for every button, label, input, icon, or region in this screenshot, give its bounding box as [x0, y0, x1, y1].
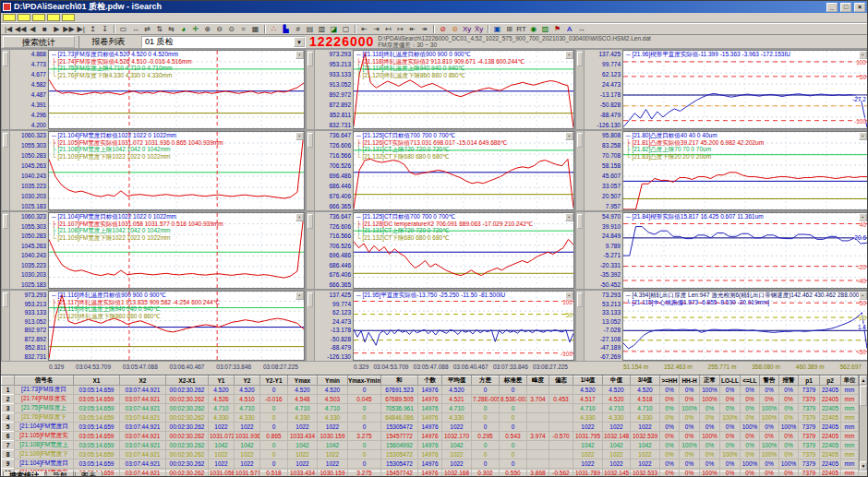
table-row[interactable]: 2[21:74]FM厚度实03:05:14.65903:07:44.92100:…	[2, 395, 859, 404]
column-header[interactable]: 信号名	[15, 376, 74, 386]
refresh-icon[interactable]: ✛	[190, 24, 201, 34]
table-row[interactable]: 5[21:104]FM宽度目03:05:14.65903:07:44.92100…	[2, 423, 859, 432]
panel-scrollbar[interactable]	[2, 131, 10, 210]
nav-fast-forward-icon[interactable]: ▶▶	[63, 24, 74, 34]
column-header[interactable]: HH-H	[680, 376, 700, 386]
plot-area[interactable]: ─ [21.80]凸度目标值40 40 0 40um├ [21.81]凸度实际值…	[622, 131, 868, 210]
plot-area[interactable]: ─ [21.104]FM宽度目标值1022 1022 0 1022mm├ [21…	[48, 131, 305, 210]
table-row[interactable]: 1[21:73]FM厚度目03:05:14.65903:07:44.92100:…	[2, 386, 859, 395]
panel-close-button[interactable]: ▪	[295, 51, 304, 59]
next-page-icon[interactable]: ↠	[419, 24, 430, 34]
plot-area[interactable]: ─ [4.394]精轧出口厚度 Len:947 激光检测6(精轧出口带钢速度)1…	[622, 291, 868, 361]
coil-list-dropdown[interactable]: 01 质检 ▼	[141, 36, 306, 48]
plot-area[interactable]: ─ [21.96]楔形平直度实际值-11.399 -15.363 -3.963 …	[622, 50, 868, 129]
cascade-windows-icon[interactable]: ▥	[317, 24, 328, 34]
column-header[interactable]: Y1	[209, 376, 235, 386]
plot-area[interactable]: ─ [21.125]CT目标值700 700 0 700℃├ [21.128]D…	[353, 212, 574, 289]
column-header[interactable]: LO-LL	[720, 376, 741, 386]
expand-x-icon[interactable]: ⇄	[142, 24, 153, 34]
select-chart-icon[interactable]: ◪	[329, 24, 340, 34]
nav-back-icon[interactable]: ◀	[27, 24, 38, 34]
table-row[interactable]: 3[21:75]FM厚度上03:05:14.65903:07:44.92100:…	[2, 404, 859, 413]
panel-scrollbar-handle[interactable]	[3, 52, 8, 66]
globe-icon[interactable]: ◉	[528, 24, 539, 34]
table-row[interactable]: 7[21:108]FM宽度上03:05:14.65903:07:44.92100…	[2, 441, 859, 450]
column-header[interactable]: 平均值	[442, 376, 472, 386]
nav-first-icon[interactable]: |◀	[3, 24, 14, 34]
quick-slot-3[interactable]	[32, 14, 45, 21]
panel-scrollbar-handle[interactable]	[307, 292, 313, 307]
quick-slot-2[interactable]	[18, 14, 30, 21]
column-header[interactable]: 1/4值	[573, 376, 603, 386]
table-row[interactable]: 8[21:109]FM宽度下03:05:14.65903:07:44.92100…	[2, 450, 859, 459]
panel-close-button[interactable]: ▪	[565, 51, 573, 59]
plot-area[interactable]: ─ [21.125]CT目标值700 700 0 700℃├ [21.126]C…	[353, 131, 574, 210]
column-header[interactable]	[2, 376, 15, 386]
zoom-window-icon[interactable]: ⊙	[226, 24, 237, 34]
tile-windows-icon[interactable]: ▤	[305, 24, 316, 34]
column-header[interactable]: Y2	[235, 376, 260, 386]
scale-x-icon[interactable]: ⇆	[166, 24, 177, 34]
panel-scrollbar[interactable]	[576, 212, 585, 289]
realtime-icon[interactable]: RT	[516, 24, 527, 34]
column-header[interactable]: 中值	[603, 376, 631, 386]
nav-stop-icon[interactable]: ■	[39, 24, 50, 34]
panel-scrollbar-handle[interactable]	[3, 292, 8, 307]
scroll-down-icon[interactable]: ▼	[860, 461, 867, 471]
plot-area[interactable]: ─ [21.116]终轧温度目标值900 900 0 900℃├ [21.118…	[353, 50, 574, 129]
nav-forward-icon[interactable]: ▶	[51, 24, 62, 34]
plot-area[interactable]: ─ [21.95]平直度实际值-13.750 -25.250 -11.50 -8…	[353, 291, 574, 361]
panel-close-button[interactable]: ▪	[565, 132, 573, 140]
panel-scrollbar[interactable]	[307, 291, 315, 361]
panel-scrollbar-handle[interactable]	[3, 133, 8, 148]
row-number[interactable]: 5	[2, 423, 15, 432]
column-header[interactable]: p2	[820, 376, 841, 386]
report-icon[interactable]: ▢	[341, 24, 352, 34]
column-header[interactable]: X1	[74, 376, 120, 386]
table-vertical-scrollbar[interactable]: ▲ ▼	[859, 376, 867, 471]
panel-scrollbar-handle[interactable]	[307, 52, 313, 66]
table-row[interactable]: 4[21:76]FM厚度下03:05:14.65903:07:44.92100:…	[2, 413, 859, 423]
panel-close-button[interactable]: ▪	[295, 213, 304, 221]
panel-scrollbar[interactable]	[307, 212, 315, 289]
plot-area[interactable]: ─ [21.73]FM厚度目标值4.520 4.520 0 4.520mm├ […	[48, 50, 305, 129]
panel-scrollbar[interactable]	[307, 131, 315, 210]
zoom-out-icon[interactable]: ⊖	[214, 24, 225, 34]
panel-scrollbar-handle[interactable]	[307, 133, 313, 148]
column-header[interactable]: 正常	[700, 376, 720, 386]
maximize-button[interactable]: □	[840, 3, 851, 12]
bottom-tab-2[interactable]: 导航	[46, 471, 74, 477]
panel-scrollbar-handle[interactable]	[577, 292, 583, 307]
row-number[interactable]: 7	[2, 441, 15, 450]
row-number[interactable]: 6	[2, 432, 15, 441]
select-range-icon[interactable]: ▭	[118, 24, 129, 34]
table-row[interactable]: 6[21:105]FM宽度实03:05:14.65903:07:44.92100…	[2, 432, 859, 441]
column-header[interactable]: <=LL	[741, 376, 760, 386]
column-header[interactable]: Ymax-Ymin	[348, 376, 381, 386]
column-header[interactable]: >=HH	[660, 376, 680, 386]
chart2-icon[interactable]: ▨	[540, 24, 551, 34]
column-header[interactable]: 个数	[418, 376, 442, 386]
panel-scrollbar[interactable]	[2, 212, 10, 289]
zoom-in-icon[interactable]: ⊕	[202, 24, 213, 34]
scroll-up-icon[interactable]: ▲	[860, 376, 867, 385]
panel-scrollbar-handle[interactable]	[307, 214, 313, 229]
nav-last-icon[interactable]: ▶|	[76, 24, 87, 34]
column-header[interactable]: 单位	[841, 376, 859, 386]
table-row[interactable]: 10[21:107]FM宽度实03:05:14.65903:07:44.9210…	[2, 469, 859, 477]
column-header[interactable]: 报警	[779, 376, 799, 386]
no-pan-icon[interactable]: ⊘	[450, 24, 461, 34]
plot-area[interactable]: ─ [21.104]FM宽度目标值1022 1022 0 1022mm├ [21…	[48, 212, 305, 289]
lock-xy-icon[interactable]: X̄y	[474, 24, 485, 34]
panel-scrollbar[interactable]	[307, 50, 315, 129]
column-header[interactable]: 3/4值	[631, 376, 660, 386]
panel-scrollbar-handle[interactable]	[577, 52, 583, 66]
column-header[interactable]: 偏态	[549, 376, 573, 386]
panel-close-button[interactable]: ▪	[859, 292, 867, 300]
column-header[interactable]: Y2-Y1	[260, 376, 288, 386]
panel-scrollbar[interactable]	[576, 50, 585, 129]
column-header[interactable]: X2-X1	[166, 376, 209, 386]
plot-area[interactable]: ─ [21.116]终轧温度目标值900 900 0 900℃├ [21.117…	[48, 291, 305, 361]
grid-lines-icon[interactable]: #	[293, 24, 304, 34]
close-button[interactable]: ×	[854, 3, 865, 12]
